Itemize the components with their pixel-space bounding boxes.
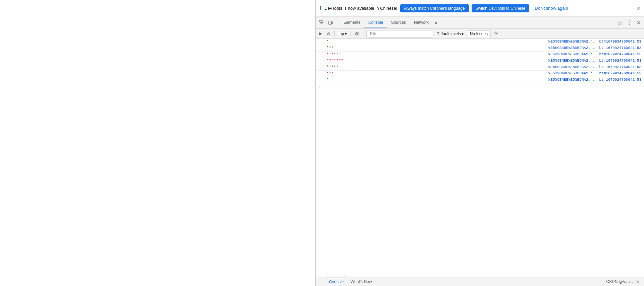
console-toolbar: ▶ ⊘ top ▾ Default levels ▾ No Issues bbox=[316, 29, 644, 39]
tab-icon-group bbox=[317, 19, 335, 26]
devtools-more-options-button[interactable]: ⋮ bbox=[625, 19, 634, 27]
filter-input[interactable] bbox=[368, 31, 432, 37]
console-row-text: *** bbox=[326, 46, 548, 51]
console-row-link[interactable]: %E5%9B%BE%E5%BD%A2.h...bt=1679924760041:… bbox=[548, 78, 641, 82]
console-row-link[interactable]: %E5%9B%BE%E5%BD%A2.h...bt=1679924760041:… bbox=[548, 40, 641, 44]
console-row: *** %E5%9B%BE%E5%BD%A2.h...bt=1679924760… bbox=[316, 71, 644, 77]
devtools-panel: ℹ DevTools is now available in Chinese! … bbox=[315, 0, 644, 286]
console-prompt-row: › bbox=[316, 83, 644, 90]
console-row-text: *** bbox=[326, 71, 548, 76]
console-row: ***** %E5%9B%BE%E5%BD%A2.h...bt=16799247… bbox=[316, 64, 644, 71]
tabs-right-icons: ⋮ ✕ bbox=[615, 19, 643, 27]
no-issues-badge: No Issues bbox=[467, 30, 491, 37]
always-match-button[interactable]: Always match Chrome's language bbox=[400, 4, 469, 12]
page-area bbox=[0, 0, 315, 286]
devtools-settings-button[interactable] bbox=[615, 19, 624, 26]
console-row-text: * bbox=[326, 40, 548, 44]
console-row: ******* %E5%9B%BE%E5%BD%A2.h...bt=167992… bbox=[316, 58, 644, 64]
console-row-text: ******* bbox=[326, 59, 548, 63]
tab-network[interactable]: Network bbox=[410, 18, 433, 27]
console-block-button[interactable]: ⊘ bbox=[325, 30, 332, 37]
bottom-tab-console[interactable]: Console bbox=[326, 278, 347, 286]
tab-elements[interactable]: Elements bbox=[339, 18, 364, 27]
console-row: * %E5%9B%BE%E5%BD%A2.h...bt=167992476004… bbox=[316, 39, 644, 45]
console-row-text: ***** bbox=[326, 65, 548, 70]
console-content: * %E5%9B%BE%E5%BD%A2.h...bt=167992476004… bbox=[316, 39, 644, 277]
bottom-close-button[interactable]: ✕ bbox=[635, 278, 641, 285]
notification-bar: ℹ DevTools is now available in Chinese! … bbox=[316, 0, 644, 17]
context-dropdown-icon: ▾ bbox=[345, 31, 347, 36]
console-row-text: * bbox=[326, 78, 548, 82]
bottom-more-button[interactable]: ⋮ bbox=[318, 278, 326, 285]
devtools-close-button[interactable]: ✕ bbox=[635, 19, 643, 27]
svg-point-2 bbox=[355, 32, 359, 35]
tab-console[interactable]: Console bbox=[364, 18, 387, 27]
console-row-text: ***** bbox=[326, 52, 548, 57]
svg-point-3 bbox=[357, 33, 358, 34]
toolbar-separator-1 bbox=[334, 31, 335, 37]
info-icon: ℹ bbox=[320, 5, 322, 11]
default-levels-label: Default levels bbox=[437, 31, 461, 36]
notification-close-button[interactable]: ✕ bbox=[636, 6, 641, 11]
console-row-link[interactable]: %E5%9B%BE%E5%BD%A2.h...bt=1679924760041:… bbox=[548, 59, 641, 63]
svg-rect-0 bbox=[329, 21, 331, 24]
toolbar-separator-3 bbox=[364, 31, 364, 37]
console-row: *** %E5%9B%BE%E5%BD%A2.h...bt=1679924760… bbox=[316, 45, 644, 52]
console-row-link[interactable]: %E5%9B%BE%E5%BD%A2.h...bt=1679924760041:… bbox=[548, 65, 641, 69]
console-eye-button[interactable] bbox=[353, 31, 361, 37]
console-row-link[interactable]: %E5%9B%BE%E5%BD%A2.h...bt=1679924760041:… bbox=[548, 71, 641, 75]
device-toolbar-icon[interactable] bbox=[326, 19, 335, 26]
tabs-bar: Elements Console Sources Network » ⋮ ✕ bbox=[316, 17, 644, 29]
context-label: top bbox=[338, 31, 344, 36]
toolbar-separator-2 bbox=[351, 31, 351, 37]
notification-message: DevTools is now available in Chinese! bbox=[324, 6, 397, 11]
svg-rect-1 bbox=[332, 22, 333, 24]
console-row: * %E5%9B%BE%E5%BD%A2.h...bt=167992476004… bbox=[316, 77, 644, 83]
default-levels-button[interactable]: Default levels ▾ bbox=[435, 31, 466, 37]
bottom-tab-whats-new[interactable]: What's New bbox=[347, 278, 375, 285]
default-levels-dropdown: ▾ bbox=[462, 31, 464, 36]
inspect-element-icon[interactable] bbox=[317, 19, 326, 26]
switch-devtools-button[interactable]: Switch DevTools to Chinese bbox=[472, 4, 530, 12]
context-selector[interactable]: top ▾ bbox=[337, 31, 348, 37]
dont-show-again-button[interactable]: Don't show again bbox=[532, 4, 571, 12]
more-tabs-button[interactable]: » bbox=[433, 19, 439, 27]
console-row-link[interactable]: %E5%9B%BE%E5%BD%A2.h...bt=1679924760041:… bbox=[548, 52, 641, 56]
console-prompt-chevron: › bbox=[318, 84, 321, 89]
bottom-right-text: CSDN @Vanilla bbox=[606, 279, 635, 284]
console-row-link[interactable]: %E5%9B%BE%E5%BD%A2.h...bt=1679924760041:… bbox=[548, 46, 641, 50]
tab-sources[interactable]: Sources bbox=[387, 18, 410, 27]
console-settings-button[interactable] bbox=[492, 30, 500, 38]
devtools-bottom-bar: ⋮ Console What's New CSDN @Vanilla ✕ bbox=[316, 277, 644, 286]
filter-wrapper bbox=[366, 30, 433, 38]
console-run-button[interactable]: ▶ bbox=[318, 30, 324, 37]
tab-separator bbox=[338, 19, 338, 26]
console-row: ***** %E5%9B%BE%E5%BD%A2.h...bt=16799247… bbox=[316, 52, 644, 58]
